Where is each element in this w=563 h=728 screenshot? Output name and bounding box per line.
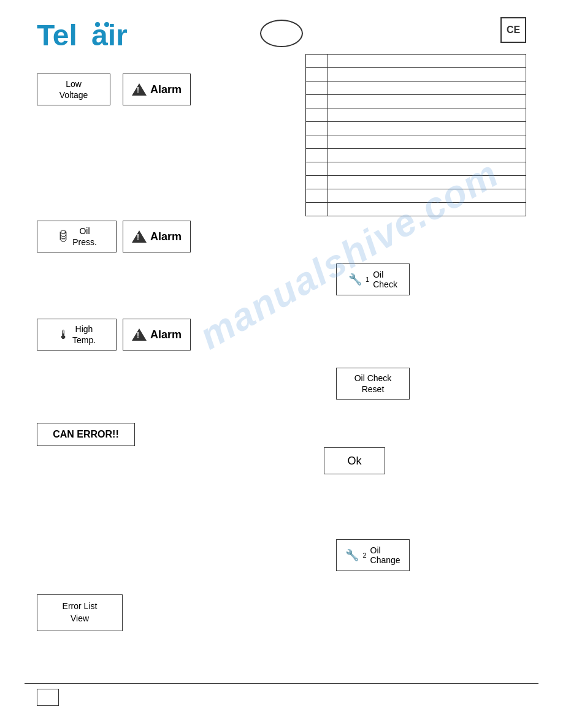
- oil-check-button[interactable]: 🔧 1 Oil Check: [336, 264, 410, 295]
- oil-change-number: 2: [362, 552, 366, 559]
- logo: Tel air: [37, 17, 135, 53]
- oil-press-box: 🛢 OilPress.: [37, 221, 117, 252]
- bottom-divider: [25, 683, 538, 684]
- info-table: [305, 54, 526, 216]
- alarm-triangle-icon: [132, 83, 147, 96]
- oil-change-label: Oil Change: [370, 545, 400, 565]
- oil-press-alarm-button[interactable]: Alarm: [123, 221, 191, 252]
- oil-check-number: 1: [366, 276, 369, 283]
- high-temp-label: High Temp.: [72, 324, 96, 346]
- alarm-label-3: Alarm: [150, 328, 182, 341]
- oil-change-button[interactable]: 🔧 2 Oil Change: [336, 539, 410, 571]
- wrench-icon-1: 🔧: [348, 273, 362, 286]
- wrench-icon-2: 🔧: [345, 548, 359, 562]
- oil-check-reset-label: Oil Check Reset: [354, 373, 392, 395]
- ok-label: Ok: [347, 455, 361, 468]
- ce-mark: CE: [500, 17, 526, 43]
- svg-text:air: air: [91, 19, 128, 51]
- alarm-label-1: Alarm: [150, 83, 182, 96]
- low-voltage-box: LowVoltage: [37, 74, 110, 105]
- oil-can-icon: 🛢: [56, 228, 70, 246]
- oval-indicator: [260, 20, 303, 47]
- alarm-triangle-icon-3: [132, 328, 147, 341]
- can-error-box: CAN ERROR!!: [37, 423, 135, 446]
- bottom-page-box: [37, 689, 59, 706]
- error-list-label: Error List View: [63, 601, 98, 624]
- ok-button[interactable]: Ok: [324, 447, 385, 474]
- oil-check-label: Oil Check: [373, 270, 397, 289]
- svg-text:Tel: Tel: [37, 19, 77, 51]
- high-temp-box: 🌡 High Temp.: [37, 319, 117, 351]
- can-error-label: CAN ERROR!!: [53, 429, 119, 440]
- alarm-label-2: Alarm: [150, 230, 182, 243]
- oil-check-reset-button[interactable]: Oil Check Reset: [336, 368, 410, 400]
- thermometer-icon: 🌡: [58, 327, 70, 343]
- low-voltage-label: LowVoltage: [59, 78, 88, 100]
- high-temp-alarm-button[interactable]: Alarm: [123, 319, 191, 351]
- error-list-view-button[interactable]: Error List View: [37, 594, 123, 631]
- oil-press-label: OilPress.: [72, 226, 97, 248]
- alarm-triangle-icon-2: [132, 230, 147, 243]
- low-voltage-alarm-button[interactable]: Alarm: [123, 74, 191, 105]
